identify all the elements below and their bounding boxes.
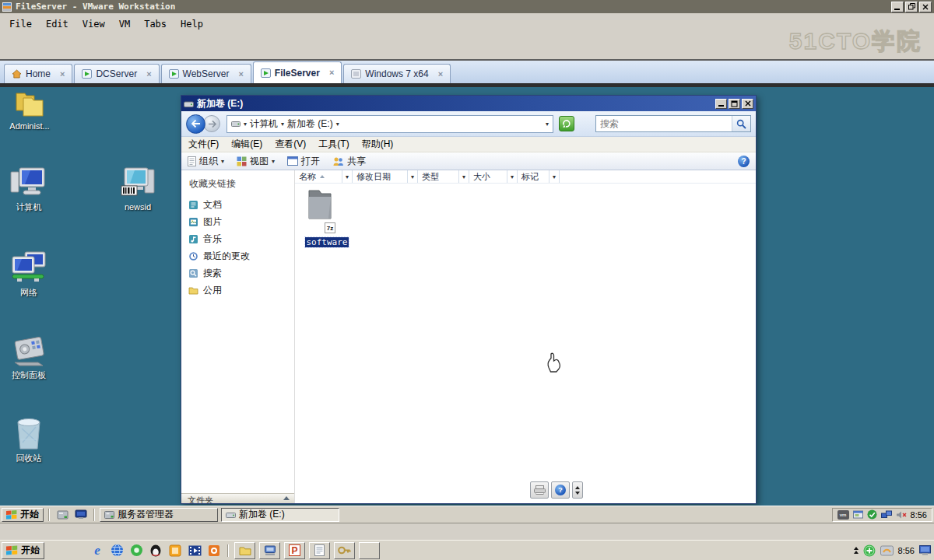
menu-tabs[interactable]: Tabs: [144, 19, 167, 30]
breadcrumb[interactable]: ▾ 计算机 ▾ 新加卷 (E:) ▾ ▾: [226, 115, 553, 133]
explorer-close-button[interactable]: [742, 99, 753, 109]
taskbutton-notepad[interactable]: [309, 542, 330, 559]
menu-view-cn[interactable]: 查看(V): [275, 138, 306, 151]
network-tray-icon[interactable]: [881, 510, 892, 520]
views-button[interactable]: 视图 ▾: [237, 155, 275, 168]
explorer-maximize-button[interactable]: [729, 99, 740, 109]
tab-close-icon[interactable]: ×: [329, 68, 334, 77]
sidebar-item-pictures[interactable]: 图片: [181, 213, 294, 230]
taskbutton-powerpoint[interactable]: P: [284, 542, 305, 559]
sidebar-item-searches[interactable]: 搜索: [181, 264, 294, 282]
breadcrumb-computer[interactable]: 计算机: [250, 117, 278, 131]
show-desktop-icon[interactable]: [919, 545, 931, 555]
desktop-icon-network[interactable]: 网络: [2, 250, 56, 297]
quicklaunch-ie-icon[interactable]: e: [90, 543, 105, 558]
tab-close-icon[interactable]: ×: [238, 70, 243, 79]
desktop-icon-administrator[interactable]: Administ...: [2, 89, 57, 131]
organize-button[interactable]: 组织 ▾: [188, 155, 224, 168]
quicklaunch-green-browser-icon[interactable]: [128, 543, 144, 558]
chevron-down-icon[interactable]: ▾: [244, 121, 247, 128]
menu-help-cn[interactable]: 帮助(H): [362, 138, 394, 151]
tab-dcserver[interactable]: DCServer ×: [74, 64, 159, 83]
folders-band[interactable]: 文件夹: [181, 493, 294, 503]
volume-muted-icon[interactable]: [896, 510, 907, 520]
open-button[interactable]: 打开: [287, 155, 320, 168]
chevron-down-icon[interactable]: ▾: [281, 121, 284, 128]
menu-view[interactable]: View: [83, 19, 105, 30]
taskbutton-empty[interactable]: [359, 542, 380, 559]
sidebar-item-recent-changes[interactable]: 最近的更改: [181, 247, 294, 264]
desktop-icon-control-panel[interactable]: 控制面板: [2, 333, 56, 380]
window-tray-icon[interactable]: [853, 510, 863, 520]
menu-tools-cn[interactable]: 工具(T): [318, 138, 349, 151]
quicklaunch-browser-globe-icon[interactable]: [109, 543, 125, 558]
file-name-label[interactable]: software: [305, 237, 349, 247]
host-start-button[interactable]: 开始: [2, 542, 44, 559]
taskbutton-key[interactable]: [334, 542, 355, 559]
column-date-modified[interactable]: 修改日期 ▾: [353, 170, 418, 183]
menu-help[interactable]: Help: [181, 19, 203, 30]
vmware-minimize-button[interactable]: [891, 2, 904, 12]
desktop-icon-newsid[interactable]: newsid: [111, 165, 165, 212]
quicklaunch-orange-box-icon[interactable]: [167, 543, 183, 558]
printer-button[interactable]: [530, 481, 549, 499]
tab-close-icon[interactable]: ×: [146, 70, 151, 79]
column-type[interactable]: 类型 ▾: [418, 170, 469, 183]
host-clock[interactable]: 8:56: [898, 546, 915, 555]
tab-close-icon[interactable]: ×: [60, 70, 65, 79]
file-item-software[interactable]: 7z software: [304, 186, 349, 248]
vmware-restore-button[interactable]: [905, 2, 918, 12]
security-check-icon[interactable]: [867, 509, 877, 520]
column-size[interactable]: 大小 ▾: [469, 170, 518, 183]
breadcrumb-volume[interactable]: 新加卷 (E:): [287, 117, 333, 131]
column-tags[interactable]: 标记 ▾: [518, 170, 560, 183]
refresh-button[interactable]: [559, 116, 574, 131]
tab-webserver[interactable]: WebServer ×: [161, 64, 251, 83]
taskbutton-folder[interactable]: [234, 542, 255, 559]
column-filter-icon[interactable]: ▾: [549, 170, 559, 183]
help-icon[interactable]: ?: [738, 156, 750, 167]
share-button[interactable]: 共享: [332, 155, 366, 168]
column-filter-icon[interactable]: ▾: [407, 170, 417, 183]
tab-fileserver[interactable]: FileServer ×: [253, 61, 342, 83]
explorer-titlebar[interactable]: 新加卷 (E:): [181, 96, 756, 111]
antivirus-tray-icon[interactable]: [863, 544, 876, 557]
menu-file-cn[interactable]: 文件(F): [188, 138, 219, 151]
ime-tray-icon[interactable]: [880, 545, 894, 556]
back-button[interactable]: [186, 114, 205, 134]
quicklaunch-server-manager-icon[interactable]: [54, 507, 70, 523]
desktop-icon-computer[interactable]: 计算机: [2, 165, 56, 212]
sidebar-item-documents[interactable]: 文档: [181, 196, 294, 213]
taskbutton-remote-desktop[interactable]: [259, 542, 280, 559]
column-filter-icon[interactable]: ▾: [458, 170, 469, 183]
quicklaunch-qq-icon[interactable]: [148, 543, 163, 558]
menu-edit-cn[interactable]: 编辑(E): [231, 138, 262, 151]
quicklaunch-recorder-icon[interactable]: [206, 543, 222, 558]
vm-clock[interactable]: 8:56: [911, 510, 927, 520]
vm-start-button[interactable]: 开始: [2, 508, 44, 522]
quicklaunch-desktop-icon[interactable]: [73, 507, 89, 523]
menu-edit[interactable]: Edit: [46, 19, 68, 30]
quicklaunch-media-icon[interactable]: [187, 543, 202, 558]
column-name[interactable]: 名称 ▾: [295, 170, 353, 183]
vmware-close-button[interactable]: [919, 2, 932, 12]
search-icon[interactable]: [732, 116, 750, 131]
chevron-down-icon[interactable]: ▾: [336, 121, 339, 128]
forward-button[interactable]: [203, 115, 220, 132]
taskbar-button-server-manager[interactable]: 服务器管理器: [100, 508, 218, 522]
sidebar-item-music[interactable]: 音乐: [181, 230, 294, 247]
sidebar-item-public[interactable]: 公用: [181, 282, 294, 299]
column-filter-icon[interactable]: ▾: [507, 170, 517, 183]
address-history-dropdown-icon[interactable]: ▾: [546, 121, 549, 128]
search-input[interactable]: [596, 118, 732, 129]
explorer-minimize-button[interactable]: [715, 99, 727, 109]
column-filter-icon[interactable]: ▾: [342, 170, 352, 183]
vmware-tools-icon[interactable]: vm: [837, 510, 849, 520]
tab-close-icon[interactable]: ×: [438, 70, 443, 79]
spinner-button[interactable]: [572, 481, 583, 499]
menu-vm[interactable]: VM: [119, 19, 130, 30]
tray-expand-icon[interactable]: [854, 547, 859, 554]
tab-windows7[interactable]: Windows 7 x64 ×: [343, 64, 451, 83]
desktop-icon-recycle-bin[interactable]: 回收站: [2, 416, 56, 463]
taskbar-button-new-volume[interactable]: 新加卷 (E:): [221, 508, 339, 522]
